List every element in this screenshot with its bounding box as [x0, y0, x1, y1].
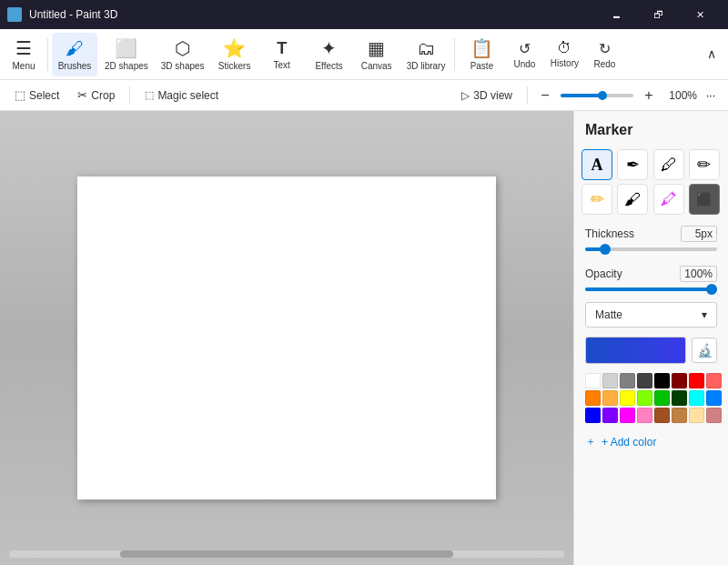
horizontal-scrollbar[interactable] — [9, 550, 564, 558]
redo-label: Redo — [593, 59, 615, 69]
color-swatch-9[interactable] — [602, 390, 618, 406]
canvas-icon: ▦ — [368, 37, 385, 59]
brushes-label: Brushes — [58, 61, 92, 71]
toolbar-effects[interactable]: ✦ Effects — [307, 33, 352, 76]
brushes-icon: 🖌 — [66, 38, 84, 59]
color-swatch-5[interactable] — [672, 373, 687, 388]
actionbar: ⬚ Select ✂ Crop ⬚ Magic select ▷ 3D view… — [0, 80, 728, 111]
color-swatch-4[interactable] — [654, 373, 670, 388]
color-swatch-12[interactable] — [654, 390, 670, 406]
matte-dropdown[interactable]: Matte ▾ — [585, 302, 717, 328]
toolbar-3dlibrary[interactable]: 🗂 3D library — [401, 33, 451, 76]
opacity-section: Opacity 100% — [574, 258, 728, 298]
brush-tool-pencil2[interactable]: ✏ — [581, 184, 612, 215]
text-icon: T — [277, 39, 287, 58]
toolbar-text[interactable]: T Text — [259, 33, 305, 76]
action-sep-1 — [129, 86, 130, 105]
color-swatch-6[interactable] — [689, 373, 704, 388]
opacity-fill — [585, 288, 717, 291]
app-title: Untitled - Paint 3D — [29, 8, 117, 21]
minimize-button[interactable]: 🗕 — [595, 0, 637, 29]
color-swatch-3[interactable] — [637, 373, 652, 388]
toolbar-sep-2 — [454, 38, 455, 71]
color-swatch-18[interactable] — [620, 408, 635, 423]
3dshapes-icon: ⬡ — [175, 37, 190, 59]
toolbar-brushes[interactable]: 🖌 Brushes — [52, 33, 97, 76]
color-swatch-11[interactable] — [637, 390, 652, 406]
menu-label: Menu — [12, 61, 35, 71]
color-swatch-15[interactable] — [706, 390, 722, 406]
redo-icon: ↻ — [599, 40, 611, 57]
select-button[interactable]: ⬚ Select — [7, 85, 66, 106]
close-button[interactable]: ✕ — [679, 0, 721, 29]
view3d-button[interactable]: ▷ 3D view — [454, 86, 520, 106]
toolbar-2dshapes[interactable]: ⬜ 2D shapes — [99, 33, 154, 76]
color-display: 🔬 — [585, 337, 717, 364]
opacity-slider[interactable] — [585, 288, 717, 291]
brush-tool-marker[interactable]: 🖊 — [653, 149, 684, 180]
toolbar-canvas[interactable]: ▦ Canvas — [354, 33, 399, 76]
zoom-area: − + 100% — [535, 86, 697, 106]
zoom-plus-button[interactable]: + — [639, 86, 659, 106]
history-button[interactable]: ⏱ History — [544, 33, 584, 76]
brush-tool-pencil[interactable]: ✏ — [689, 149, 720, 180]
view3d-icon: ▷ — [461, 89, 470, 102]
brush-tool-calligraphy[interactable]: A — [581, 149, 612, 180]
magic-select-button[interactable]: ⬚ Magic select — [137, 86, 226, 106]
add-color-button[interactable]: ＋ + Add color — [585, 430, 717, 453]
main-layout: Marker A ✒ 🖊 ✏ ✏ 🖌 🖍 ⬛ Thickness 5px — [0, 111, 728, 565]
color-swatch-21[interactable] — [672, 408, 687, 423]
2dshapes-label: 2D shapes — [105, 61, 148, 71]
color-swatch-10[interactable] — [620, 390, 635, 406]
zoom-minus-button[interactable]: − — [535, 86, 555, 106]
text-label: Text — [273, 60, 289, 70]
history-icon: ⏱ — [557, 40, 571, 56]
thickness-row: Thickness 5px — [585, 226, 717, 242]
history-label: History — [551, 58, 579, 68]
main-color-swatch[interactable] — [585, 337, 686, 364]
crop-button[interactable]: ✂ Crop — [70, 85, 122, 106]
canvas-area[interactable] — [0, 111, 573, 565]
more-icon: ··· — [706, 89, 715, 102]
color-swatch-8[interactable] — [585, 390, 601, 406]
zoom-slider-track[interactable] — [561, 94, 633, 97]
color-swatch-14[interactable] — [689, 390, 704, 406]
color-swatch-23[interactable] — [706, 408, 722, 423]
3dlibrary-icon: 🗂 — [417, 38, 435, 59]
color-swatch-2[interactable] — [620, 373, 635, 388]
color-swatch-16[interactable] — [585, 408, 601, 423]
thickness-slider[interactable] — [585, 247, 717, 251]
color-swatch-13[interactable] — [672, 390, 687, 406]
undo-label: Undo — [513, 59, 535, 69]
menu-button[interactable]: ☰ Menu — [4, 33, 44, 76]
canvas-label: Canvas — [361, 61, 392, 71]
toolbar-sep-1 — [47, 38, 48, 71]
action-sep-2 — [527, 86, 528, 105]
matte-label: Matte — [595, 308, 622, 321]
color-swatch-0[interactable] — [585, 373, 601, 388]
color-palette — [574, 369, 728, 427]
undo-icon: ↺ — [519, 40, 531, 57]
3dshapes-label: 3D shapes — [161, 61, 205, 71]
collapse-button[interactable]: ∧ — [699, 33, 724, 76]
paste-button[interactable]: 📋 Paste — [459, 33, 504, 76]
eyedropper-button[interactable]: 🔬 — [692, 338, 717, 363]
color-swatch-20[interactable] — [654, 408, 670, 423]
brush-tool-crayon[interactable]: 🖍 — [653, 184, 684, 215]
more-button[interactable]: ··· — [701, 87, 721, 104]
brush-tool-brush[interactable]: 🖌 — [617, 184, 648, 215]
color-swatch-19[interactable] — [637, 408, 652, 423]
drawing-canvas[interactable] — [77, 177, 496, 499]
maximize-button[interactable]: 🗗 — [637, 0, 679, 29]
brush-tool-pen[interactable]: ✒ — [617, 149, 648, 180]
color-swatch-1[interactable] — [602, 373, 618, 388]
undo-button[interactable]: ↺ Undo — [506, 33, 542, 76]
color-swatch-17[interactable] — [602, 408, 618, 423]
redo-button[interactable]: ↻ Redo — [586, 33, 622, 76]
toolbar-3dshapes[interactable]: ⬡ 3D shapes — [156, 33, 210, 76]
color-swatch-22[interactable] — [689, 408, 704, 423]
select-icon: ⬚ — [15, 88, 25, 102]
toolbar-stickers[interactable]: ⭐ Stickers — [212, 33, 258, 76]
brush-tool-spray[interactable]: ⬛ — [689, 184, 720, 215]
color-swatch-7[interactable] — [706, 373, 722, 388]
